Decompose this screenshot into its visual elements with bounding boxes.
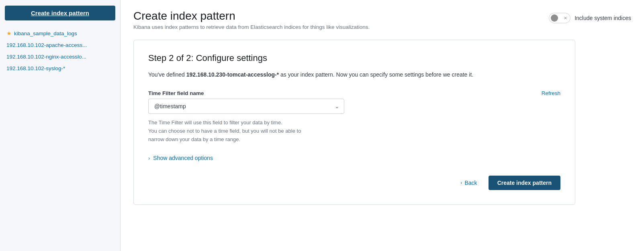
toggle-x-icon: ✕ (564, 16, 567, 21)
field-label-row: Time Filter field name Refresh (148, 90, 560, 96)
description-prefix: You've defined (148, 71, 186, 78)
create-index-pattern-button[interactable]: Create index pattern (489, 176, 560, 190)
page-header: Create index pattern Kibana uses index p… (133, 10, 631, 30)
back-label: Back (465, 180, 477, 186)
card-step-title: Step 2 of 2: Configure settings (148, 53, 560, 63)
sidebar-item-apache[interactable]: 192.168.10.102-apache-access... (5, 40, 115, 51)
sidebar-item-nginx[interactable]: 192.168.10.102-nginx-accesslo... (5, 51, 115, 62)
sidebar-item-label: 192.168.10.102-syslog-* (6, 65, 65, 71)
description-suffix: as your index pattern. Now you can speci… (279, 71, 473, 78)
system-indices-area: ✕ Include system indices (549, 13, 631, 23)
page-title: Create index pattern (133, 10, 370, 22)
sidebar-item-label: 192.168.10.102-apache-access... (6, 42, 87, 48)
card-description: You've defined 192.168.10.230-tomcat-acc… (148, 71, 560, 79)
field-hint: The Time Filter will use this field to f… (148, 119, 560, 144)
system-indices-toggle[interactable]: ✕ (549, 13, 570, 23)
sidebar-item-label: kibana_sample_data_logs (14, 30, 77, 36)
back-button[interactable]: ‹ Back (456, 176, 482, 189)
main-content: Create index pattern Kibana uses index p… (121, 0, 644, 251)
field-hint-line3: narrow down your data by a time range. (148, 136, 240, 142)
sidebar: Create index pattern ★ kibana_sample_dat… (0, 0, 121, 251)
advanced-options-label: Show advanced options (153, 155, 213, 161)
sidebar-item-label: 192.168.10.102-nginx-accesslo... (6, 54, 86, 60)
index-pattern-name: 192.168.10.230-tomcat-accesslog-* (186, 71, 279, 78)
sidebar-item-syslog[interactable]: 192.168.10.102-syslog-* (5, 63, 115, 74)
time-filter-select-wrapper: @timestamp time date No date field ⌄ (148, 99, 344, 114)
chevron-right-icon: › (148, 155, 150, 161)
advanced-options-toggle[interactable]: › Show advanced options (148, 155, 560, 161)
time-filter-select[interactable]: @timestamp time date No date field (148, 99, 344, 114)
field-hint-line2: You can choose not to have a time field,… (148, 128, 301, 134)
refresh-link[interactable]: Refresh (542, 90, 560, 96)
system-indices-label: Include system indices (574, 15, 631, 21)
star-icon: ★ (6, 30, 12, 36)
configure-settings-card: Step 2 of 2: Configure settings You've d… (133, 40, 575, 205)
chevron-left-icon: ‹ (461, 180, 462, 186)
card-footer: ‹ Back Create index pattern (148, 176, 560, 190)
page-title-block: Create index pattern Kibana uses index p… (133, 10, 370, 30)
sidebar-create-button[interactable]: Create index pattern (5, 6, 115, 20)
page-subtitle: Kibana uses index patterns to retrieve d… (133, 24, 370, 30)
sidebar-item-kibana-sample[interactable]: ★ kibana_sample_data_logs (5, 28, 115, 39)
time-filter-label: Time Filter field name (148, 90, 204, 96)
field-hint-line1: The Time Filter will use this field to f… (148, 119, 282, 126)
toggle-knob (551, 14, 558, 22)
